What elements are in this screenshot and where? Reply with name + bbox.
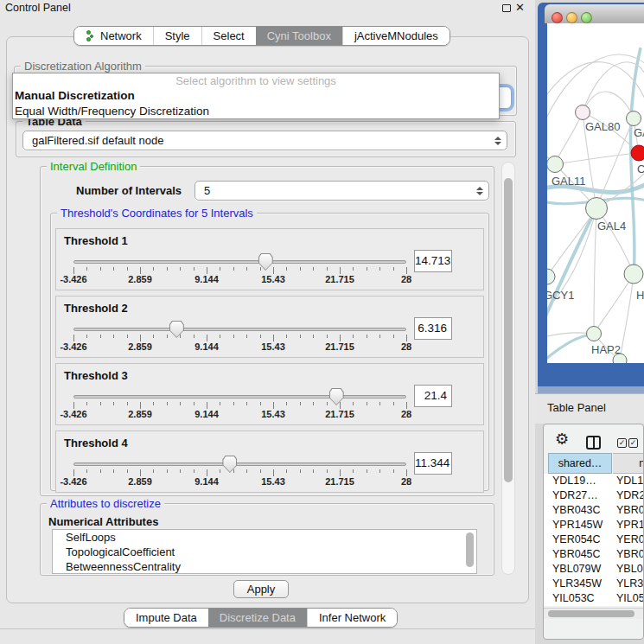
- table-body[interactable]: YDL19…YDL19…YDR27…YDR27…YBR043CYBR043CYP…: [544, 474, 644, 606]
- GAL11-node[interactable]: [547, 156, 564, 173]
- threshold-value-field[interactable]: 6.316: [414, 317, 452, 340]
- slider-track[interactable]: [73, 462, 406, 466]
- table-data-combobox[interactable]: galFiltered.sif default node: [22, 131, 507, 150]
- algorithm-dropdown-popup: Select algorithm to view settings Manual…: [12, 73, 500, 119]
- tick-label: -3.426: [60, 476, 86, 487]
- table-row[interactable]: YBR043CYBR043C: [544, 503, 644, 518]
- tick-label: 9.144: [194, 341, 219, 352]
- network-edge[interactable]: [596, 208, 634, 274]
- tick-label: 2.859: [128, 274, 152, 284]
- slider-track[interactable]: [73, 328, 406, 331]
- table-header-row: shared… name: [544, 453, 644, 474]
- network-window-titlebar[interactable]: [545, 4, 644, 23]
- HAP2-node[interactable]: [587, 327, 602, 341]
- checkbox-icon[interactable]: ✓: [617, 438, 627, 448]
- tick-label: 9.144: [194, 409, 219, 419]
- slider-track[interactable]: [73, 395, 406, 399]
- threshold-value-field[interactable]: 21.4: [414, 385, 452, 407]
- tab-discretize-data[interactable]: Discretize Data: [208, 609, 307, 627]
- network-edge[interactable]: [547, 208, 596, 277]
- zoom-traffic-light-icon[interactable]: [581, 12, 592, 23]
- numerical-attributes-list[interactable]: SelfLoopsTopologicalCoefficientBetweenne…: [52, 529, 477, 574]
- tab-jactivemnodules[interactable]: jActiveMNodules: [342, 27, 450, 45]
- cell-name: YBR045C: [616, 548, 644, 560]
- network-edge[interactable]: [547, 62, 644, 103]
- GCY1-node[interactable]: [547, 269, 555, 284]
- float-window-icon[interactable]: [502, 4, 511, 12]
- combo-stepper-icon: [475, 187, 484, 195]
- tick-label: 15.43: [261, 274, 285, 284]
- tab-network[interactable]: Network: [74, 27, 153, 45]
- GAL4-node[interactable]: [586, 198, 608, 220]
- table-row[interactable]: YDR27…YDR27…: [544, 488, 644, 503]
- tab-cyni-toolbox[interactable]: Cyni Toolbox: [256, 27, 342, 45]
- close-traffic-light-icon[interactable]: [552, 12, 563, 23]
- slider-track[interactable]: [73, 260, 406, 264]
- attributes-group-title: Attributes to discretize: [47, 497, 164, 510]
- table-row[interactable]: YLR345WYLR345W: [544, 577, 644, 591]
- node-label: H: [636, 289, 644, 302]
- table-row[interactable]: YBL079WYBL079W: [544, 562, 644, 577]
- network-window-bottom-frame: [538, 386, 644, 393]
- tick-label: 15.43: [261, 476, 285, 487]
- tab-label: Discretize Data: [220, 611, 296, 624]
- settings-scrollbar-thumb[interactable]: [504, 178, 513, 482]
- num-intervals-combobox[interactable]: 5: [194, 181, 489, 201]
- network-edge[interactable]: [555, 153, 639, 164]
- minimize-traffic-light-icon[interactable]: [566, 12, 577, 23]
- checkbox-icon[interactable]: ✓: [628, 438, 638, 448]
- cell-name: YDR27…: [616, 489, 644, 501]
- GAL80-node[interactable]: [576, 105, 590, 120]
- cell-name: YER054C: [616, 533, 644, 545]
- table-row[interactable]: YPR145WYPR145W: [544, 518, 644, 532]
- cell-name: YDL19…: [616, 475, 644, 487]
- tab-label: Network: [100, 29, 142, 42]
- network-edge[interactable]: [594, 208, 596, 334]
- column-layout-icon[interactable]: [586, 436, 601, 450]
- attribute-list-item[interactable]: SelfLoops: [53, 530, 476, 545]
- dropdown-option[interactable]: Equal Width/Frequency Discretization: [13, 104, 499, 119]
- cell-name: YBL079W: [616, 563, 644, 575]
- gear-icon[interactable]: ⚙: [555, 430, 569, 449]
- cell-shared-name: YBL079W: [552, 563, 611, 575]
- network-edge[interactable]: [594, 274, 634, 334]
- threshold-value-field[interactable]: 14.713: [414, 250, 452, 272]
- network-edge[interactable]: [555, 112, 583, 164]
- threshold-panel: Threshold 4-3.4262.8599.14415.4321.71528…: [55, 430, 484, 493]
- tab-label: jActiveMNodules: [354, 29, 438, 42]
- network-canvas[interactable]: GAL80GALCGAL11GAL4GCY1HHAP2: [547, 23, 644, 363]
- table-row[interactable]: YBR045CYBR045C: [544, 547, 644, 562]
- dropdown-hint: Select algorithm to view settings: [13, 73, 499, 88]
- attribute-list-item[interactable]: TopologicalCoefficient: [53, 545, 476, 559]
- tab-impute-data[interactable]: Impute Data: [124, 609, 208, 627]
- table-row[interactable]: YER054CYER054C: [544, 532, 644, 547]
- tab-label: Cyni Toolbox: [267, 29, 331, 42]
- tick-label: 9.144: [194, 476, 219, 487]
- list-scrollbar-thumb[interactable]: [466, 532, 474, 567]
- apply-button[interactable]: Apply: [233, 580, 289, 598]
- network-edge[interactable]: [583, 92, 634, 118]
- network-edge[interactable]: [620, 274, 634, 360]
- tab-label: Infer Network: [319, 611, 386, 624]
- cell-shared-name: YDR27…: [552, 489, 611, 501]
- column-header-name[interactable]: name: [613, 453, 644, 474]
- close-icon[interactable]: ✕: [515, 1, 525, 14]
- column-header-shared-name[interactable]: shared…: [548, 453, 612, 474]
- attribute-list-item[interactable]: BetweennessCentrality: [53, 559, 476, 574]
- node[interactable]: [627, 112, 641, 126]
- tab-select[interactable]: Select: [201, 27, 256, 45]
- table-row[interactable]: YIL053CYIL053C: [544, 591, 644, 606]
- red-node[interactable]: [631, 145, 644, 161]
- threshold-value-field[interactable]: 11.344: [414, 452, 452, 475]
- tab-infer-network[interactable]: Infer Network: [307, 609, 397, 627]
- node-label: GAL11: [552, 175, 586, 188]
- tick-label: 15.43: [261, 409, 285, 419]
- dropdown-option[interactable]: Manual Discretization: [13, 88, 499, 104]
- tab-style[interactable]: Style: [153, 27, 201, 45]
- node-label: GCY1: [547, 289, 574, 302]
- network-edge-teal[interactable]: [547, 334, 594, 362]
- table-hscrollbar-track[interactable]: [544, 608, 643, 619]
- table-hscrollbar-thumb[interactable]: [548, 610, 634, 617]
- H-node[interactable]: [624, 265, 643, 284]
- table-row[interactable]: YDL19…YDL19…: [544, 474, 644, 488]
